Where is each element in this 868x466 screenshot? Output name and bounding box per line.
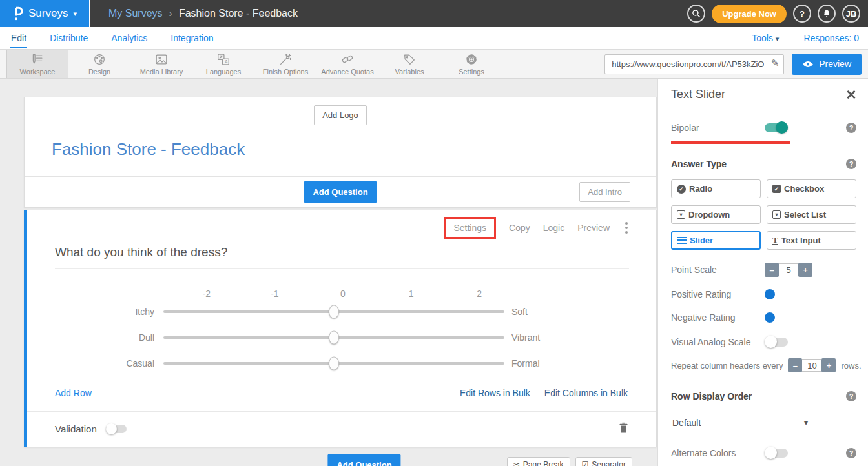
toolbar-label: Workspace [20, 68, 56, 76]
menu-item-settings[interactable]: Settings [453, 223, 486, 233]
repeat-headers-row: Repeat column headers every – 10 + rows. [671, 358, 856, 372]
edit-columns-bulk-link[interactable]: Edit Columns in Bulk [544, 388, 628, 398]
row-display-order-select[interactable]: Default ▾ [671, 418, 808, 428]
survey-url-input[interactable] [604, 54, 784, 74]
menu-item-preview[interactable]: Preview [577, 223, 610, 233]
row-label-right: Vibrant [512, 332, 540, 343]
survey-title[interactable]: Fashion Store - Feedback [25, 129, 656, 176]
question-text[interactable]: What do you think of the dress? [55, 245, 629, 269]
toolbar-item-media-library[interactable]: Media Library [130, 50, 192, 78]
slider-knob[interactable] [329, 357, 339, 370]
pencil-icon[interactable]: ✎ [771, 57, 780, 69]
stepper-plus[interactable]: + [798, 263, 812, 277]
checkbox-icon: ✓ [772, 185, 781, 193]
slider-knob[interactable] [329, 331, 339, 345]
negative-rating-row: Negative Rating [671, 310, 856, 325]
tab-analytics[interactable]: Analytics [110, 28, 148, 48]
positive-rating-row: Positive Rating [671, 287, 856, 301]
annotation-highlight: Settings [444, 217, 496, 239]
answer-type-label: Slider [690, 236, 713, 245]
kebab-menu[interactable] [623, 221, 630, 235]
page-break-label: Page Break [523, 460, 564, 466]
breadcrumb: My Surveys › Fashion Store - Feedback [108, 0, 298, 27]
caret-down-icon: ▾ [804, 418, 808, 427]
help-icon[interactable]: ? [846, 391, 856, 401]
preview-button[interactable]: Preview [792, 54, 862, 75]
answer-type-radio[interactable]: ✓ Radio [671, 179, 761, 198]
toolbar-item-settings[interactable]: Settings [440, 50, 502, 78]
add-row-link[interactable]: Add Row [55, 388, 92, 398]
positive-rating-color-swatch[interactable] [765, 289, 775, 299]
stepper-minus[interactable]: – [765, 263, 779, 277]
point-scale-row: Point Scale – 5 + [671, 263, 856, 277]
annotation-underline [671, 141, 790, 144]
stepper-plus[interactable]: + [822, 358, 836, 372]
slider-icon [677, 237, 687, 244]
upgrade-button[interactable]: Upgrade Now [712, 5, 787, 23]
menu-item-copy[interactable]: Copy [509, 223, 530, 233]
close-icon[interactable] [846, 90, 856, 100]
alternate-colors-toggle[interactable] [765, 449, 788, 458]
tab-integration[interactable]: Integration [170, 28, 214, 48]
avatar[interactable]: JB [842, 5, 860, 23]
help-icon[interactable]: ? [846, 448, 856, 458]
validation-toggle[interactable] [106, 425, 127, 433]
tab-edit[interactable]: Edit [10, 28, 27, 48]
select-list-icon: ▾ [772, 210, 781, 219]
tab-distribute[interactable]: Distribute [49, 28, 88, 48]
toolbar-item-workspace[interactable]: Workspace [6, 50, 68, 78]
image-icon [154, 52, 169, 66]
separator-button[interactable]: ☑ Separator [575, 457, 632, 466]
search-button[interactable] [687, 5, 705, 23]
add-question-button[interactable]: Add Question [304, 181, 377, 203]
answer-type-checkbox[interactable]: ✓ Checkbox [767, 179, 856, 198]
repeat-headers-suffix: rows. [841, 361, 861, 370]
divider [671, 110, 856, 110]
slider-track[interactable] [163, 310, 504, 313]
slider-track[interactable] [163, 336, 504, 339]
stepper-value[interactable]: 5 [779, 263, 798, 276]
toolbar-item-variables[interactable]: Variables [378, 50, 440, 78]
tools-menu[interactable]: Tools ▾ [752, 33, 779, 43]
slider-track[interactable] [163, 362, 504, 365]
row-label-right: Soft [512, 307, 528, 317]
footer-add-question-button[interactable]: Add Question [327, 454, 400, 466]
toolbar-item-finish-options[interactable]: Finish Options [254, 50, 316, 78]
responses-count[interactable]: Responses: 0 [803, 33, 859, 43]
bipolar-row: Bipolar ? [671, 121, 856, 135]
answer-type-text-input[interactable]: T Text Input [767, 231, 856, 250]
page-break-button[interactable]: ✂ Page Break [507, 457, 570, 466]
slider-knob[interactable] [329, 305, 339, 319]
bipolar-toggle[interactable] [765, 123, 788, 132]
product-name: Surveys [28, 7, 68, 20]
product-switcher[interactable]: Surveys ▾ [0, 0, 90, 27]
bipolar-label: Bipolar [671, 123, 699, 133]
scale-header: -2 -1 0 1 2 [172, 289, 513, 299]
answer-type-select-list[interactable]: ▾ Select List [767, 205, 856, 224]
breadcrumb-parent[interactable]: My Surveys [108, 8, 163, 19]
repeat-headers-label: Repeat column headers every [671, 361, 783, 370]
answer-type-dropdown[interactable]: ▾ Dropdown [671, 205, 761, 224]
slider-row: Dull Vibrant [27, 325, 656, 350]
toolbar-item-design[interactable]: Design [68, 50, 130, 78]
add-intro-button[interactable]: Add Intro [579, 182, 630, 202]
answer-type-slider[interactable]: Slider [671, 231, 761, 250]
toolbar-item-languages[interactable]: A Languages [192, 50, 254, 78]
help-icon[interactable]: ? [846, 159, 856, 169]
add-logo-button[interactable]: Add Logo [314, 105, 367, 125]
notifications-button[interactable] [818, 5, 836, 23]
visual-analog-toggle[interactable] [765, 338, 788, 347]
help-button[interactable]: ? [793, 5, 811, 23]
edit-rows-bulk-link[interactable]: Edit Rows in Bulk [460, 388, 530, 398]
stepper-minus[interactable]: – [788, 358, 802, 372]
toolbar-label: Advance Quotas [321, 68, 373, 76]
toolbar-item-advance-quotas[interactable]: Advance Quotas [316, 50, 378, 78]
point-scale-label: Point Scale [671, 265, 717, 275]
positive-rating-label: Positive Rating [671, 289, 731, 299]
menu-item-logic[interactable]: Logic [543, 223, 564, 233]
stepper-value[interactable]: 10 [802, 359, 822, 372]
negative-rating-color-swatch[interactable] [765, 312, 775, 323]
delete-question-button[interactable] [618, 421, 629, 436]
tools-label: Tools [752, 33, 773, 43]
help-icon[interactable]: ? [846, 123, 856, 133]
